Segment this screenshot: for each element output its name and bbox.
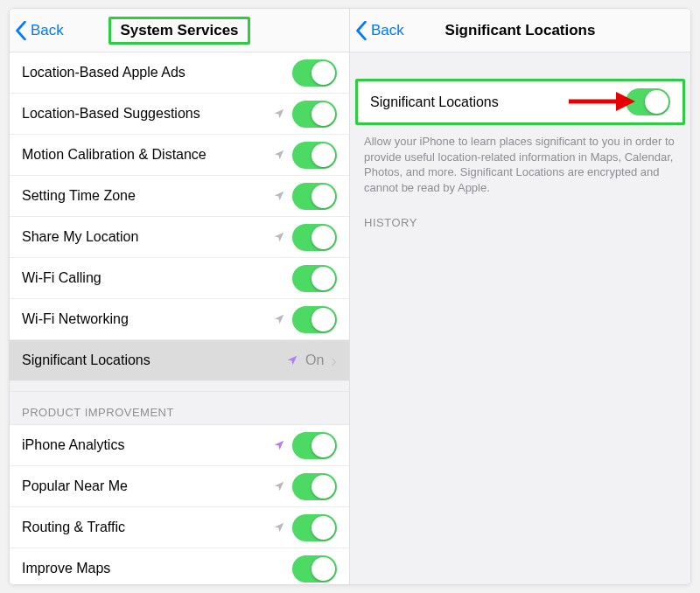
row-wi-fi-networking: Wi-Fi Networking	[10, 299, 349, 340]
left-pane: Back System Services Location-Based Appl…	[10, 9, 350, 584]
location-arrow-icon	[273, 149, 285, 161]
location-arrow-icon	[273, 480, 285, 492]
row-label: Wi-Fi Calling	[22, 270, 292, 286]
row-label: Setting Time Zone	[22, 188, 273, 204]
description-text: Allow your iPhone to learn places signif…	[350, 125, 690, 195]
row-iphone-analytics: iPhone Analytics	[10, 425, 349, 466]
right-pane: Back Significant Locations Significant L…	[350, 9, 690, 584]
location-arrow-icon	[286, 354, 298, 366]
back-label: Back	[31, 22, 64, 39]
significant-locations-toggle-row: Significant Locations	[358, 81, 682, 122]
nav-title: Significant Locations	[445, 22, 596, 39]
right-content: Significant Locations Allow your iPhone …	[350, 52, 690, 236]
highlighted-toggle: Significant Locations	[355, 79, 685, 125]
row-label: Improve Maps	[22, 561, 292, 576]
toggle-switch[interactable]	[292, 183, 337, 210]
toggle-switch[interactable]	[292, 432, 337, 459]
row-label: Location-Based Apple Ads	[22, 65, 292, 80]
toggle-switch[interactable]	[292, 473, 337, 500]
left-navbar: Back System Services	[10, 9, 349, 52]
location-arrow-icon	[273, 439, 285, 451]
toggle-switch[interactable]	[292, 265, 337, 292]
significant-locations-link[interactable]: Significant Locations On ›	[10, 340, 349, 381]
location-arrow-icon	[273, 521, 285, 534]
right-fill	[350, 236, 690, 584]
row-share-my-location: Share My Location	[10, 217, 349, 258]
section-header: PRODUCT IMPROVEMENT	[10, 392, 349, 425]
back-chevron-icon	[355, 21, 368, 40]
row-label: Location-Based Suggestions	[22, 106, 273, 122]
significant-locations-switch[interactable]	[626, 88, 670, 115]
status-text: On	[305, 352, 324, 368]
list-spacer	[10, 381, 349, 392]
toggle-switch[interactable]	[292, 142, 337, 169]
row-improve-maps: Improve Maps	[10, 548, 349, 584]
row-setting-time-zone: Setting Time Zone	[10, 176, 349, 217]
back-label: Back	[371, 22, 404, 39]
location-arrow-icon	[273, 108, 285, 120]
back-button[interactable]: Back	[355, 21, 404, 40]
toggle-switch[interactable]	[292, 224, 337, 251]
location-arrow-icon	[273, 231, 285, 243]
row-location-based-suggestions: Location-Based Suggestions	[10, 94, 349, 135]
row-routing-traffic: Routing & Traffic	[10, 507, 349, 548]
row-label: Popular Near Me	[22, 478, 273, 494]
back-chevron-icon	[15, 21, 27, 40]
location-arrow-icon	[273, 313, 285, 325]
toggle-switch[interactable]	[292, 555, 337, 583]
history-header: HISTORY	[350, 195, 690, 236]
chevron-right-icon: ›	[331, 352, 337, 369]
toggle-switch[interactable]	[292, 59, 337, 87]
row-label: Wi-Fi Networking	[22, 311, 273, 327]
row-label: Motion Calibration & Distance	[22, 147, 273, 163]
location-arrow-icon	[273, 190, 285, 202]
row-popular-near-me: Popular Near Me	[10, 466, 349, 507]
toggle-switch[interactable]	[292, 306, 337, 333]
back-button[interactable]: Back	[15, 21, 64, 40]
toggle-switch[interactable]	[292, 514, 337, 541]
row-location-based-apple-ads: Location-Based Apple Ads	[10, 52, 349, 94]
left-list: Location-Based Apple AdsLocation-Based S…	[10, 52, 349, 584]
toggle-switch[interactable]	[292, 101, 337, 128]
right-navbar: Back Significant Locations	[350, 9, 690, 52]
row-label: iPhone Analytics	[22, 437, 273, 453]
row-wi-fi-calling: Wi-Fi Calling	[10, 258, 349, 299]
row-label: Significant Locations	[370, 94, 626, 110]
row-label: Share My Location	[22, 229, 273, 245]
nav-title: System Services	[108, 17, 249, 45]
row-motion-calibration-distance: Motion Calibration & Distance	[10, 135, 349, 176]
row-label: Routing & Traffic	[22, 520, 273, 535]
row-label: Significant Locations	[22, 352, 286, 368]
